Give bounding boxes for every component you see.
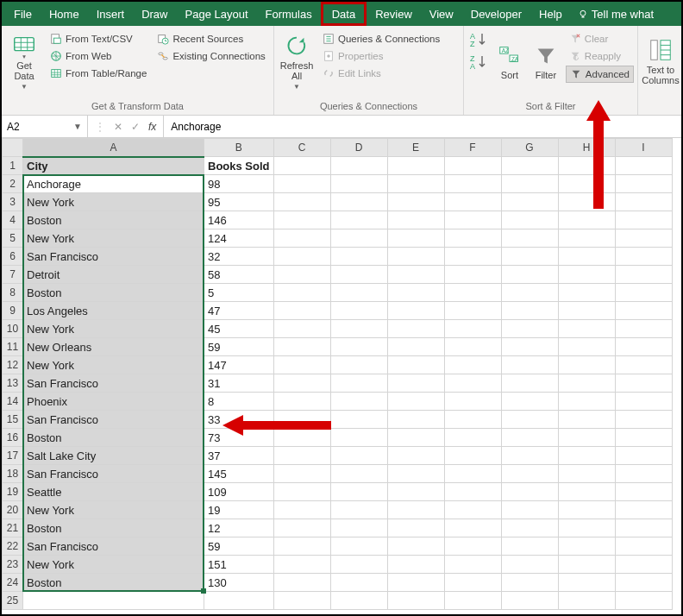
cell-A24[interactable]: Boston <box>23 574 204 592</box>
cell-E4[interactable] <box>387 211 444 229</box>
row-header-9[interactable]: 9 <box>3 302 23 320</box>
cell-D23[interactable] <box>330 556 387 574</box>
cell-B24[interactable]: 130 <box>204 574 274 592</box>
cell-C20[interactable] <box>273 501 330 519</box>
cell-G9[interactable] <box>501 302 558 320</box>
cell-I9[interactable] <box>615 302 672 320</box>
tab-draw[interactable]: Draw <box>133 2 176 26</box>
cell-G5[interactable] <box>501 229 558 248</box>
tab-page-layout[interactable]: Page Layout <box>177 2 257 26</box>
cell-B3[interactable]: 95 <box>204 193 274 211</box>
spreadsheet-grid[interactable]: ABCDEFGHI1 City Books Sold2 Anchorage 98… <box>2 138 681 610</box>
cell-A6[interactable]: San Francisco <box>23 248 204 266</box>
cell-B8[interactable]: 5 <box>204 284 274 302</box>
cell-I2[interactable] <box>615 175 672 193</box>
cell-B10[interactable]: 45 <box>204 320 274 338</box>
col-header-F[interactable]: F <box>444 139 501 157</box>
cell-D8[interactable] <box>330 284 387 302</box>
col-header-B[interactable]: B <box>204 139 274 157</box>
cell-E3[interactable] <box>387 193 444 211</box>
cell-I10[interactable] <box>615 320 672 338</box>
cell-F12[interactable] <box>444 356 501 374</box>
cell-G22[interactable] <box>501 537 558 556</box>
select-all-corner[interactable] <box>3 139 23 157</box>
cell-C5[interactable] <box>273 229 330 248</box>
cell-E7[interactable] <box>387 266 444 284</box>
cell-G13[interactable] <box>501 374 558 393</box>
row-header-17[interactable]: 17 <box>3 447 23 465</box>
row-header-18[interactable]: 18 <box>3 465 23 483</box>
cell-A5[interactable]: New York <box>23 229 204 248</box>
cell-B2[interactable]: 98 <box>204 175 274 193</box>
cell-D5[interactable] <box>330 229 387 248</box>
cell-H24[interactable] <box>558 574 615 592</box>
tab-data[interactable]: Data <box>321 2 367 26</box>
row-header-22[interactable]: 22 <box>3 537 23 556</box>
row-header-14[interactable]: 14 <box>3 393 23 411</box>
cell-A18[interactable]: San Francisco <box>23 465 204 483</box>
row-header-4[interactable]: 4 <box>3 211 23 229</box>
cell-D17[interactable] <box>330 447 387 465</box>
cell-C25[interactable] <box>273 592 330 610</box>
tell-me-search[interactable]: Tell me what <box>571 8 661 21</box>
cell-H14[interactable] <box>558 393 615 411</box>
cell-H19[interactable] <box>558 483 615 501</box>
row-header-20[interactable]: 20 <box>3 501 23 519</box>
queries-connections-button[interactable]: Queries & Connections <box>319 31 443 47</box>
cell-F17[interactable] <box>444 447 501 465</box>
row-header-7[interactable]: 7 <box>3 266 23 284</box>
cell-E16[interactable] <box>387 429 444 447</box>
cell-I22[interactable] <box>615 537 672 556</box>
refresh-all-button[interactable]: Refresh All ▼ <box>278 28 316 95</box>
cell-E5[interactable] <box>387 229 444 248</box>
cell-F10[interactable] <box>444 320 501 338</box>
cell-E12[interactable] <box>387 356 444 374</box>
row-header-1[interactable]: 1 <box>3 157 23 175</box>
cell-D21[interactable] <box>330 519 387 537</box>
cell-G17[interactable] <box>501 447 558 465</box>
cell-D1[interactable] <box>330 157 387 175</box>
cell-E22[interactable] <box>387 537 444 556</box>
row-header-13[interactable]: 13 <box>3 374 23 393</box>
row-header-23[interactable]: 23 <box>3 556 23 574</box>
cell-A25[interactable] <box>23 592 204 610</box>
cell-D18[interactable] <box>330 465 387 483</box>
cell-G15[interactable] <box>501 411 558 429</box>
cell-H9[interactable] <box>558 302 615 320</box>
cell-G2[interactable] <box>501 175 558 193</box>
cell-B25[interactable] <box>204 592 274 610</box>
row-header-16[interactable]: 16 <box>3 429 23 447</box>
tab-developer[interactable]: Developer <box>462 2 530 26</box>
cell-I16[interactable] <box>615 429 672 447</box>
cell-G10[interactable] <box>501 320 558 338</box>
cell-H22[interactable] <box>558 537 615 556</box>
cell-C24[interactable] <box>273 574 330 592</box>
cell-A11[interactable]: New Orleans <box>23 338 204 356</box>
cell-I4[interactable] <box>615 211 672 229</box>
cell-F14[interactable] <box>444 393 501 411</box>
cell-A10[interactable]: New York <box>23 320 204 338</box>
cell-C14[interactable] <box>273 393 330 411</box>
cell-D13[interactable] <box>330 374 387 393</box>
cell-H15[interactable] <box>558 411 615 429</box>
cell-C19[interactable] <box>273 483 330 501</box>
cell-F1[interactable] <box>444 157 501 175</box>
cell-E2[interactable] <box>387 175 444 193</box>
advanced-filter-button[interactable]: Advanced <box>566 66 634 83</box>
cell-E14[interactable] <box>387 393 444 411</box>
cell-A4[interactable]: Boston <box>23 211 204 229</box>
cell-A3[interactable]: New York <box>23 193 204 211</box>
cell-F23[interactable] <box>444 556 501 574</box>
cell-I17[interactable] <box>615 447 672 465</box>
row-header-5[interactable]: 5 <box>3 229 23 248</box>
cell-F20[interactable] <box>444 501 501 519</box>
cell-A7[interactable]: Detroit <box>23 266 204 284</box>
cell-H8[interactable] <box>558 284 615 302</box>
cell-C13[interactable] <box>273 374 330 393</box>
cell-B5[interactable]: 124 <box>204 229 274 248</box>
cell-I25[interactable] <box>615 592 672 610</box>
cell-C10[interactable] <box>273 320 330 338</box>
cell-H17[interactable] <box>558 447 615 465</box>
cell-C21[interactable] <box>273 519 330 537</box>
cell-F11[interactable] <box>444 338 501 356</box>
